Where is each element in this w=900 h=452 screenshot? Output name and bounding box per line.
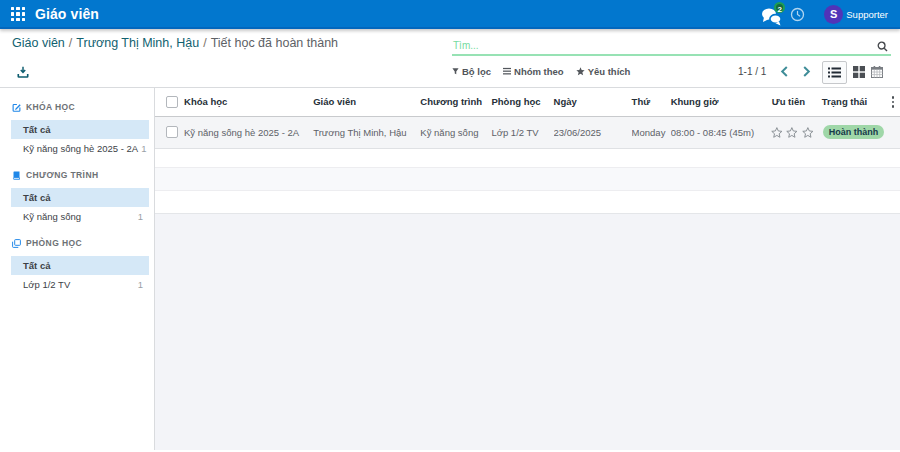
cell-teacher: Trương Thị Minh, Hậu: [313, 116, 420, 148]
star-outline-icon[interactable]: [802, 126, 814, 139]
optional-columns-icon[interactable]: [886, 95, 900, 109]
breadcrumb-link-teacher[interactable]: Trương Thị Minh, Hậu: [76, 36, 199, 50]
column-header-date[interactable]: Ngày: [554, 88, 632, 116]
sidebar-item-program[interactable]: Kỹ năng sống 1: [11, 207, 149, 226]
list-view-icon: [828, 67, 841, 78]
cell-program: Kỹ năng sống: [420, 116, 491, 148]
sidebar-item-room[interactable]: Lớp 1/2 TV 1: [11, 275, 149, 294]
sidebar-section-phong-hoc: PHÒNG HỌC Tất cả Lớp 1/2 TV 1: [0, 234, 154, 294]
control-panel: Giáo viên/Trương Thị Minh, Hậu/Tiết học …: [0, 29, 900, 88]
column-header-timeslot[interactable]: Khung giờ: [671, 88, 768, 116]
empty-row: [155, 190, 900, 213]
empty-row: [155, 167, 900, 190]
cell-weekday: Monday: [632, 116, 671, 148]
table-row[interactable]: Kỹ năng sống hè 2025 - 2A Trương Thị Min…: [155, 116, 900, 148]
breadcrumb-separator: /: [199, 36, 210, 50]
item-count: 1: [138, 143, 146, 154]
star-outline-icon[interactable]: [771, 126, 783, 139]
breadcrumb: Giáo viên/Trương Thị Minh, Hậu/Tiết học …: [12, 36, 338, 50]
chevron-right-icon: [802, 66, 811, 77]
activities-clock-icon[interactable]: [790, 7, 805, 22]
column-header-status[interactable]: Trạng thái: [818, 88, 886, 116]
star-outline-icon[interactable]: [786, 126, 798, 139]
table-header-row: Khóa học Giáo viên Chương trình Phòng họ…: [155, 88, 900, 116]
top-navbar: Giáo viên 2 S Supporter: [0, 0, 900, 29]
column-header-teacher[interactable]: Giáo viên: [313, 88, 420, 116]
item-count: 1: [135, 279, 143, 290]
edit-icon: [12, 103, 21, 112]
kanban-view-icon: [853, 66, 865, 78]
user-avatar[interactable]: S: [824, 5, 843, 24]
sidebar-section-header: PHÒNG HỌC: [0, 234, 154, 252]
export-download-icon[interactable]: [17, 66, 29, 78]
breadcrumb-current: Tiết học đã hoàn thành: [211, 36, 338, 50]
select-all-checkbox[interactable]: [166, 96, 178, 108]
sidebar-item-all-rooms[interactable]: Tất cả: [11, 256, 149, 275]
pager-range: 1-1 / 1: [738, 66, 766, 77]
sidebar-section-khoa-hoc: KHÓA HỌC Tất cả Kỹ năng sống hè 2025 - 2…: [0, 98, 154, 158]
kanban-view-button[interactable]: [853, 66, 865, 78]
cell-room: Lớp 1/2 TV: [491, 116, 553, 148]
status-badge: Hoàn thành: [823, 125, 885, 139]
item-count: 1: [135, 211, 143, 222]
filter-sidebar: KHÓA HỌC Tất cả Kỹ năng sống hè 2025 - 2…: [0, 88, 155, 450]
cell-course: Kỹ năng sống hè 2025 - 2A: [184, 116, 313, 148]
row-checkbox[interactable]: [166, 126, 178, 138]
search-placeholder: Tìm...: [453, 40, 479, 51]
column-header-priority[interactable]: Ưu tiên: [768, 88, 818, 116]
pager-next-button[interactable]: [802, 66, 811, 77]
content-area: KHÓA HỌC Tất cả Kỹ năng sống hè 2025 - 2…: [0, 88, 900, 450]
sidebar-item-course[interactable]: Kỹ năng sống hè 2025 - 2A 1: [11, 139, 149, 158]
list-view-button[interactable]: [822, 61, 847, 84]
apps-menu-icon[interactable]: [11, 7, 25, 21]
filter-funnel-icon: [452, 67, 459, 76]
group-bars-icon: [503, 67, 511, 75]
messages-count-badge: 2: [774, 2, 785, 13]
view-switcher: [822, 60, 883, 84]
breadcrumb-separator: /: [65, 36, 76, 50]
column-header-program[interactable]: Chương trình: [420, 88, 491, 116]
book-icon: [12, 171, 21, 180]
records-table: Khóa học Giáo viên Chương trình Phòng họ…: [155, 88, 900, 214]
sidebar-item-all-programs[interactable]: Tất cả: [11, 188, 149, 207]
filters-button[interactable]: Bộ lọc: [452, 62, 491, 80]
column-header-room[interactable]: Phòng học: [491, 88, 553, 116]
cell-date: 23/06/2025: [554, 116, 632, 148]
calendar-view-icon: [871, 66, 883, 78]
calendar-view-button[interactable]: [871, 66, 883, 78]
sidebar-item-all-courses[interactable]: Tất cả: [11, 120, 149, 139]
column-header-weekday[interactable]: Thứ: [632, 88, 671, 116]
column-header-course[interactable]: Khóa học: [184, 88, 313, 116]
sidebar-section-header: CHƯƠNG TRÌNH: [0, 166, 154, 184]
messages-icon[interactable]: 2: [759, 2, 783, 26]
favorite-star-icon: [576, 67, 585, 76]
pager-previous-button[interactable]: [780, 66, 789, 77]
list-view: Khóa học Giáo viên Chương trình Phòng họ…: [155, 88, 900, 450]
favorites-button[interactable]: Yêu thích: [576, 62, 631, 80]
sidebar-section-chuong-trinh: CHƯƠNG TRÌNH Tất cả Kỹ năng sống 1: [0, 166, 154, 226]
chevron-left-icon: [780, 66, 789, 77]
search-input[interactable]: Tìm...: [452, 37, 891, 56]
search-options: Bộ lọc Nhóm theo Yêu thích: [452, 62, 642, 80]
groupby-button[interactable]: Nhóm theo: [503, 62, 564, 80]
empty-row: [155, 148, 900, 167]
cell-timeslot: 08:00 - 08:45 (45m): [671, 116, 768, 148]
app-title[interactable]: Giáo viên: [35, 6, 99, 22]
pager: 1-1 / 1: [738, 62, 811, 80]
search-icon[interactable]: [877, 41, 888, 52]
user-menu[interactable]: Supporter: [846, 9, 888, 20]
breadcrumb-link-giao-vien[interactable]: Giáo viên: [12, 36, 65, 50]
priority-stars: [768, 126, 818, 139]
copy-icon: [12, 239, 21, 248]
sidebar-section-header: KHÓA HỌC: [0, 98, 154, 116]
